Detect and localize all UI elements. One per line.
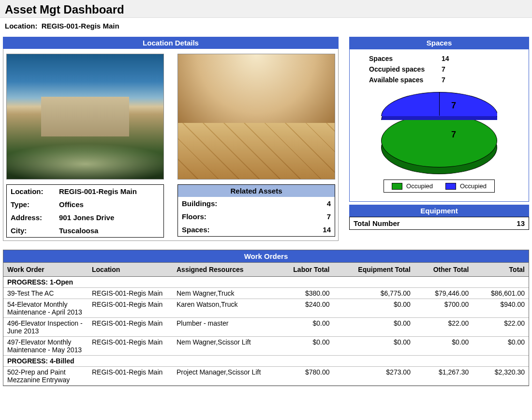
pie-label-top: 7	[451, 101, 456, 111]
spaces-pie-chart: 7 7 Occupied Occupied	[355, 85, 524, 196]
table-row[interactable]: 496-Elevator Inspection - June 2013REGIS…	[3, 318, 529, 337]
cell-loc: REGIS-001-Regis Main	[88, 367, 173, 386]
location-photo-exterior	[6, 54, 164, 180]
legend-item-occupied-a: Occupied	[392, 182, 433, 190]
header-bar: Asset Mgt Dashboard	[0, 0, 532, 18]
col-total[interactable]: Total	[473, 263, 529, 277]
equipment-total-value: 13	[517, 219, 525, 227]
info-location-value: REGIS-001-Regis Main	[59, 187, 137, 195]
table-row[interactable]: 39-Test The ACREGIS-001-Regis MainNem Wa…	[3, 288, 529, 299]
ra-floors-value: 7	[327, 212, 331, 221]
spaces-panel: Spaces Spaces14 Occupied spaces7 Availab…	[349, 37, 529, 202]
info-type-value: Offices	[59, 200, 84, 209]
table-row[interactable]: 497-Elevator Monthly Maintenance - May 2…	[3, 337, 529, 356]
ra-buildings-value: 4	[327, 199, 331, 208]
ra-spaces-value: 14	[323, 225, 331, 234]
cell-total: $22.00	[473, 318, 529, 337]
table-header-row: Work Order Location Assigned Resources L…	[3, 263, 529, 277]
cell-equip: $6,775.00	[334, 288, 414, 299]
work-orders-table: Work Order Location Assigned Resources L…	[3, 262, 529, 386]
cell-total: $0.00	[473, 337, 529, 356]
col-other-total[interactable]: Other Total	[414, 263, 473, 277]
related-assets-header: Related Assets	[178, 185, 335, 197]
cell-wo: 502-Prep and Paint Mezzanine Entryway	[3, 367, 88, 386]
cell-loc: REGIS-001-Regis Main	[88, 337, 173, 356]
location-details-header: Location Details	[3, 37, 339, 49]
swatch-blue-icon	[445, 183, 456, 190]
col-location[interactable]: Location	[88, 263, 173, 277]
ra-floors-label: Floors:	[182, 212, 207, 221]
location-photo-interior	[177, 54, 335, 180]
cell-wo: 39-Test The AC	[3, 288, 88, 299]
cell-total: $2,320.30	[473, 367, 529, 386]
sp-occupied-value: 7	[442, 65, 445, 73]
cell-labor: $780.00	[274, 367, 334, 386]
ra-spaces-label: Spaces:	[182, 225, 210, 234]
cell-wo: 496-Elevator Inspection - June 2013	[3, 318, 88, 337]
sp-occupied-label: Occupied spaces	[355, 65, 442, 73]
info-city-label: City:	[11, 226, 59, 235]
equipment-header: Equipment	[349, 205, 529, 217]
cell-other: $700.00	[414, 299, 473, 318]
cell-loc: REGIS-001-Regis Main	[88, 318, 173, 337]
equipment-panel: Equipment Total Number 13	[349, 205, 529, 230]
equipment-total-label: Total Number	[354, 219, 400, 227]
spaces-header: Spaces	[349, 37, 529, 49]
sp-available-label: Available spaces	[355, 76, 442, 84]
cell-labor: $0.00	[274, 318, 334, 337]
group-row[interactable]: PROGRESS: 4-Billed	[3, 356, 529, 367]
cell-res: Karen Watson,Truck	[173, 299, 274, 318]
info-city-value: Tuscaloosa	[59, 226, 98, 235]
cell-res: Plumber - master	[173, 318, 274, 337]
col-resources[interactable]: Assigned Resources	[173, 263, 274, 277]
cell-res: Nem Wagner,Truck	[173, 288, 274, 299]
cell-other: $1,267.30	[414, 367, 473, 386]
location-value: REGIS-001-Regis Main	[42, 22, 119, 30]
info-location-label: Location:	[11, 187, 59, 195]
cell-labor: $240.00	[274, 299, 334, 318]
cell-labor: $380.00	[274, 288, 334, 299]
sp-available-value: 7	[442, 76, 445, 84]
col-work-order[interactable]: Work Order	[3, 263, 88, 277]
cell-res: Nem Wagner,Scissor Lift	[173, 337, 274, 356]
cell-wo: 497-Elevator Monthly Maintenance - May 2…	[3, 337, 88, 356]
location-label: Location:	[5, 22, 38, 30]
info-address-label: Address:	[11, 213, 59, 222]
cell-loc: REGIS-001-Regis Main	[88, 299, 173, 318]
group-row[interactable]: PROGRESS: 1-Open	[3, 277, 529, 288]
cell-equip: $0.00	[334, 318, 414, 337]
sp-spaces-value: 14	[442, 55, 449, 62]
info-address-value: 901 Jones Drive	[59, 213, 114, 222]
cell-other: $79,446.00	[414, 288, 473, 299]
sp-spaces-label: Spaces	[355, 55, 442, 62]
cell-other: $22.00	[414, 318, 473, 337]
cell-total: $940.00	[473, 299, 529, 318]
legend-item-occupied-b: Occupied	[445, 182, 487, 190]
work-orders-panel: Work Orders Work Order Location Assigned…	[3, 250, 529, 386]
table-row[interactable]: 502-Prep and Paint Mezzanine EntrywayREG…	[3, 367, 529, 386]
cell-loc: REGIS-001-Regis Main	[88, 288, 173, 299]
cell-labor: $0.00	[274, 337, 334, 356]
cell-other: $0.00	[414, 337, 473, 356]
pie-legend: Occupied Occupied	[384, 180, 495, 193]
cell-equip: $0.00	[334, 299, 414, 318]
cell-res: Project Manager,Scissor Lift	[173, 367, 274, 386]
page-title: Asset Mgt Dashboard	[5, 3, 527, 16]
work-orders-header: Work Orders	[3, 250, 529, 262]
col-labor-total[interactable]: Labor Total	[274, 263, 334, 277]
cell-total: $86,601.00	[473, 288, 529, 299]
location-info-box: Location:REGIS-001-Regis Main Type:Offic…	[6, 184, 164, 238]
cell-wo: 54-Elevator Monthly Maintenance - April …	[3, 299, 88, 318]
location-details-panel: Location Details Location:REGIS-001-Regi…	[3, 37, 339, 241]
swatch-green-icon	[392, 183, 402, 190]
related-assets-box: Related Assets Buildings:4 Floors:7 Spac…	[177, 184, 335, 237]
info-type-label: Type:	[11, 200, 59, 209]
col-equipment-total[interactable]: Equipment Total	[334, 263, 414, 277]
pie-label-bottom: 7	[451, 130, 456, 140]
table-row[interactable]: 54-Elevator Monthly Maintenance - April …	[3, 299, 529, 318]
cell-equip: $273.00	[334, 367, 414, 386]
cell-equip: $0.00	[334, 337, 414, 356]
location-line: Location: REGIS-001-Regis Main	[0, 18, 532, 37]
ra-buildings-label: Buildings:	[182, 199, 217, 208]
